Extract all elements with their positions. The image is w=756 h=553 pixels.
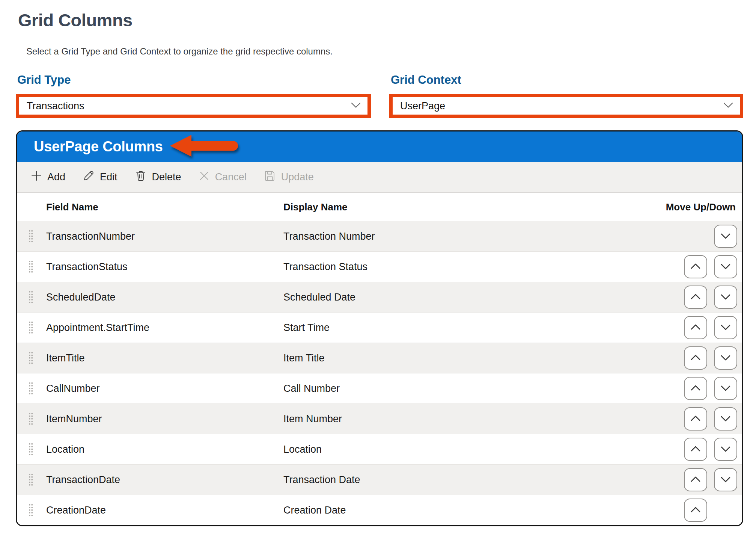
page-title: Grid Columns [18, 10, 756, 30]
field-name-cell: TransactionStatus [46, 261, 128, 273]
move-up-button[interactable] [684, 316, 707, 339]
add-button-label: Add [47, 171, 65, 183]
move-buttons [684, 316, 737, 339]
drag-handle-icon[interactable] [29, 291, 33, 304]
field-name-cell: Location [46, 444, 84, 455]
move-up-button[interactable] [684, 377, 707, 400]
chevron-down-icon [720, 263, 732, 271]
field-name-cell: CallNumber [46, 383, 100, 394]
move-buttons [684, 499, 737, 522]
drag-handle-icon[interactable] [29, 443, 33, 456]
table-body: TransactionNumber Transaction Number [17, 221, 742, 525]
edit-button-label: Edit [100, 171, 117, 183]
field-name-cell: TransactionDate [46, 474, 120, 486]
chevron-up-icon [690, 506, 702, 515]
move-up-button[interactable] [684, 346, 707, 370]
add-button[interactable]: Add [31, 170, 65, 184]
move-up-button[interactable] [684, 255, 707, 278]
move-down-button[interactable] [714, 346, 737, 370]
move-down-button[interactable] [714, 255, 737, 278]
chevron-down-icon [720, 384, 732, 393]
delete-button[interactable]: Delete [135, 170, 181, 184]
move-buttons [684, 468, 737, 491]
table-row: TransactionNumber Transaction Number [17, 221, 742, 251]
move-down-button[interactable] [714, 468, 737, 491]
grid-context-label: Grid Context [389, 73, 743, 87]
columns-panel: UserPage Columns Add Edit [16, 130, 743, 526]
panel-header: UserPage Columns [17, 131, 742, 162]
move-buttons [684, 377, 737, 400]
move-up-button[interactable] [684, 499, 707, 522]
field-name-cell: ItemNumber [46, 413, 102, 425]
grid-type-dropdown[interactable]: Transactions [16, 94, 371, 118]
display-name-cell: Location [283, 444, 322, 455]
grid-context-group: Grid Context UserPage [389, 73, 743, 118]
pencil-icon [83, 170, 95, 184]
move-up-button[interactable] [684, 407, 707, 431]
drag-handle-icon[interactable] [29, 321, 33, 334]
move-buttons [684, 407, 737, 431]
delete-button-label: Delete [152, 171, 181, 183]
move-buttons [684, 438, 737, 461]
panel-title: UserPage Columns [34, 139, 163, 155]
move-down-button[interactable] [714, 438, 737, 461]
update-button-label: Update [281, 171, 314, 183]
drag-handle-icon[interactable] [29, 352, 33, 364]
grid-context-dropdown[interactable]: UserPage [389, 94, 743, 118]
table-row: CallNumber Call Number [17, 373, 742, 403]
chevron-up-icon [690, 476, 702, 484]
display-name-header: Display Name [283, 201, 348, 213]
annotation-arrow-icon [169, 134, 242, 161]
table-header-row: Field Name Display Name Move Up/Down [17, 193, 742, 221]
display-name-cell: Item Title [283, 352, 325, 364]
chevron-up-icon [690, 384, 702, 393]
table-row: Location Location [17, 434, 742, 464]
chevron-down-icon [720, 354, 732, 363]
x-icon [199, 170, 210, 184]
chevron-down-icon [720, 415, 732, 423]
table-row: ItemTitle Item Title [17, 343, 742, 373]
cancel-button[interactable]: Cancel [199, 170, 247, 184]
drag-handle-icon[interactable] [29, 230, 33, 243]
drag-handle-icon[interactable] [29, 382, 33, 395]
drag-handle-icon[interactable] [29, 260, 33, 273]
grid-context-value: UserPage [400, 100, 445, 112]
move-down-button[interactable] [714, 286, 737, 309]
chevron-down-icon [720, 445, 732, 454]
field-name-cell: ItemTitle [46, 352, 85, 364]
save-icon [264, 170, 276, 184]
field-name-cell: TransactionNumber [46, 231, 135, 242]
trash-icon [135, 170, 147, 184]
display-name-cell: Transaction Date [283, 474, 360, 486]
filter-row: Grid Type Transactions Grid Context User… [16, 73, 756, 118]
display-name-cell: Creation Date [283, 505, 346, 516]
grid-type-value: Transactions [27, 100, 84, 112]
drag-handle-icon[interactable] [29, 473, 33, 486]
move-down-button[interactable] [714, 407, 737, 431]
move-down-button[interactable] [714, 316, 737, 339]
move-down-button[interactable] [714, 377, 737, 400]
page-subtitle: Select a Grid Type and Grid Context to o… [26, 46, 756, 57]
move-up-button[interactable] [684, 468, 707, 491]
display-name-cell: Transaction Number [283, 231, 375, 242]
edit-button[interactable]: Edit [83, 170, 117, 184]
grid-toolbar: Add Edit Delete Cancel Update [17, 162, 742, 193]
move-up-button[interactable] [684, 286, 707, 309]
update-button[interactable]: Update [264, 170, 314, 184]
grid-type-label: Grid Type [16, 73, 371, 87]
move-buttons [684, 255, 737, 278]
chevron-up-icon [690, 323, 702, 332]
display-name-cell: Start Time [283, 322, 330, 334]
drag-handle-icon[interactable] [29, 504, 33, 517]
field-name-cell: Appointment.StartTime [46, 322, 149, 334]
plus-icon [31, 170, 42, 184]
chevron-up-icon [690, 354, 702, 363]
drag-handle-icon[interactable] [29, 412, 33, 425]
move-down-button[interactable] [714, 225, 737, 248]
move-updown-header: Move Up/Down [666, 201, 736, 213]
display-name-cell: Item Number [283, 413, 342, 425]
field-name-cell: CreationDate [46, 505, 106, 516]
field-name-header: Field Name [46, 201, 98, 213]
move-up-button[interactable] [684, 438, 707, 461]
field-name-cell: ScheduledDate [46, 292, 116, 303]
